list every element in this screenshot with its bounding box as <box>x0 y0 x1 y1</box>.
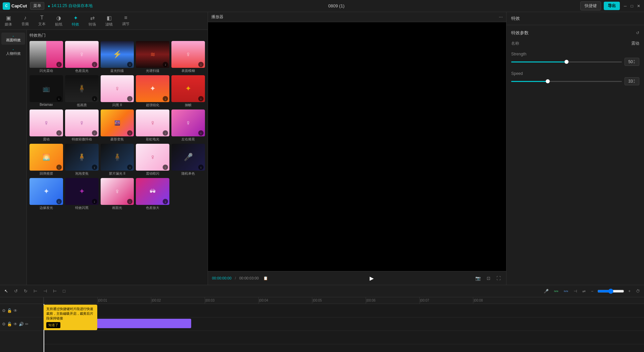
tab-adjust[interactable]: ≡ 调节 <box>117 13 134 28</box>
undo-button[interactable]: ↺ <box>12 288 19 294</box>
track-audio-icon-2[interactable]: 🔊 <box>19 322 24 326</box>
menu-button[interactable]: 菜单 <box>30 2 44 10</box>
preview-menu-icon[interactable]: ⋯ <box>499 15 503 19</box>
effect-item-5[interactable]: ♀ ↓ 表面模糊 <box>171 41 205 73</box>
timeline-tracks-right[interactable]: |00:01 |00:02 |00:03 |00:04 |00:05 |00:0… <box>44 297 644 352</box>
effect-item-10[interactable]: ✦ ↓ 抽帧 <box>171 75 205 107</box>
maximize-button[interactable]: □ <box>629 3 635 9</box>
fullscreen-button[interactable]: ⛶ <box>495 275 502 281</box>
effect-item-2[interactable]: ♀ ↓ 色差流光 <box>65 41 99 73</box>
tab-transition[interactable]: ⇄ 转场 <box>84 13 101 28</box>
strength-slider-track[interactable] <box>511 61 622 62</box>
download-icon-1[interactable]: ↓ <box>56 62 62 67</box>
download-icon-12[interactable]: ↓ <box>92 130 97 136</box>
track-settings-icon-2[interactable]: ⚙ <box>2 322 6 326</box>
effect-item-11[interactable]: ♀ ↓ 震动 <box>30 109 63 142</box>
delete-button[interactable]: □ <box>61 288 67 294</box>
speed-down-arrow[interactable]: ▼ <box>633 81 636 84</box>
effect-item-20[interactable]: 🎤 ↓ 随机单色 <box>171 144 205 176</box>
effect-item-3[interactable]: ⚡ ↓ 蓝光扫描 <box>101 41 134 73</box>
effect-item-9[interactable]: ✦ ↓ 超强锐化 <box>136 75 169 107</box>
tl-zoom-in-btn[interactable]: + <box>627 288 632 294</box>
track-edit-icon-2[interactable]: ✏ <box>25 322 29 326</box>
audio-icon: ♪ <box>24 15 26 21</box>
effect-item-23[interactable]: ♀ ↓ 画面光 <box>101 178 134 210</box>
reset-icon[interactable]: ↺ <box>636 31 639 35</box>
download-icon-6[interactable]: ↓ <box>56 96 62 101</box>
tab-effects[interactable]: ✦ 特效 <box>67 13 84 28</box>
tl-zoom-out-btn[interactable]: − <box>590 288 595 294</box>
effect-item-6[interactable]: 📺 ↓ Betamax <box>30 75 63 107</box>
tl-zoom-slider[interactable] <box>597 288 624 295</box>
tab-sticker[interactable]: ◑ 贴纸 <box>50 13 67 28</box>
tl-audio-btn[interactable]: ≈≈ <box>553 288 560 294</box>
download-icon-21[interactable]: ↓ <box>56 199 62 204</box>
effect-item-12[interactable]: ♀ ↓ 特效轻微抖动 <box>65 109 99 142</box>
download-icon-10[interactable]: ↓ <box>198 96 204 101</box>
shortcut-button[interactable]: 快捷键 <box>580 1 601 10</box>
tl-settings-btn[interactable]: ⏱ <box>635 288 641 294</box>
tab-audio[interactable]: ♪ 音频 <box>17 13 34 28</box>
split-right-button[interactable]: ⊢ <box>51 288 58 294</box>
track-lock-icon-1[interactable]: 🔓 <box>7 308 12 313</box>
speed-slider-thumb[interactable] <box>546 79 550 83</box>
close-button[interactable]: ✕ <box>636 3 641 9</box>
tab-text[interactable]: T 文本 <box>34 13 50 28</box>
download-icon-11[interactable]: ↓ <box>56 130 62 136</box>
effect-item-1[interactable]: ↓ 闪光震动 <box>30 41 63 73</box>
frame-indicator-button[interactable]: 📋 <box>262 275 269 281</box>
track-eye-icon-1[interactable]: 👁 <box>13 308 17 313</box>
tl-link-btn[interactable]: ⇌ <box>581 288 587 294</box>
effects-grid-area[interactable]: 特效热门 ↓ 闪光震动 ♀ <box>27 30 208 285</box>
effect-item-24[interactable]: 🕶 ↓ 色差放大 <box>136 178 169 210</box>
effect-item-18[interactable]: 🧍 ↓ 胶片漏光 II <box>101 144 134 176</box>
mic-button[interactable]: 🎤 <box>542 288 550 294</box>
track-eye-icon-2[interactable]: 👁 <box>13 322 17 326</box>
sidebar-item-scene[interactable]: 画面特效 <box>1 33 25 45</box>
effect-item-15[interactable]: ♀ ↓ 左右摇晃 <box>171 109 205 142</box>
fit-view-button[interactable]: ⊡ <box>485 275 492 281</box>
tab-media[interactable]: ▣ 媒体 <box>0 13 17 28</box>
download-icon-16[interactable]: ↓ <box>56 165 62 170</box>
strength-down-arrow[interactable]: ▼ <box>633 62 636 64</box>
strength-slider-thumb[interactable] <box>565 60 569 64</box>
effect-item-19[interactable]: ♀ ↓ 震动暗闪 <box>136 144 169 176</box>
download-icon-22[interactable]: ↓ <box>92 199 97 204</box>
redo-button[interactable]: ↻ <box>22 288 29 294</box>
effect-item-4[interactable]: ≋ ↓ 光谱扫描 <box>136 41 169 73</box>
strength-spin-arrows[interactable]: ▲ ▼ <box>633 59 636 64</box>
tab-filter[interactable]: ◧ 滤镜 <box>101 13 117 28</box>
download-icon-2[interactable]: ↓ <box>92 62 97 67</box>
export-button[interactable]: 导出 <box>604 2 620 10</box>
tl-split2-btn[interactable]: ⊣ <box>572 288 578 294</box>
speed-spin-arrows[interactable]: ▲ ▼ <box>633 79 636 84</box>
effect-item-17[interactable]: 🧍 ↓ 泡泡变焦 <box>65 144 99 176</box>
effect-item-7[interactable]: 🧍 ↓ 低画质 <box>65 75 99 107</box>
timeline-content[interactable]: 支持通过快捷键对片段进行快速裁剪，主轨磁吸开启，裁剪后片段保持链接 知道了 ✦ … <box>44 304 644 352</box>
download-icon-5[interactable]: ↓ <box>198 62 204 67</box>
effect-label-2: 色差流光 <box>65 69 99 73</box>
download-icon-20[interactable]: ↓ <box>198 165 204 170</box>
download-icon-17[interactable]: ↓ <box>92 165 97 170</box>
effect-item-8[interactable]: ♀ ↓ 闪黑 II <box>101 75 134 107</box>
download-icon-15[interactable]: ↓ <box>198 130 204 136</box>
effect-item-14[interactable]: ♀ ↓ 彩虹电光 <box>136 109 169 142</box>
minimize-button[interactable]: ─ <box>623 3 628 9</box>
split-button[interactable]: ⊢ <box>32 288 39 294</box>
play-button[interactable]: ▶ <box>368 274 376 282</box>
tooltip-confirm-button[interactable]: 知道了 <box>46 322 60 328</box>
track-lock-icon-2[interactable]: 🔓 <box>7 322 12 326</box>
sidebar-item-person[interactable]: 人物特效 <box>1 46 25 58</box>
effect-item-13[interactable]: 🌆 ↓ 菱形变焦 <box>101 109 134 142</box>
track-settings-icon-1[interactable]: ⚙ <box>2 308 6 313</box>
select-tool-button[interactable]: ↖ <box>3 288 10 294</box>
split-left-button[interactable]: ⊣ <box>42 288 49 294</box>
effect-label-8: 闪黑 II <box>101 103 134 107</box>
screenshot-button[interactable]: 📷 <box>474 275 482 281</box>
speed-slider-track[interactable] <box>511 81 622 82</box>
effect-item-22[interactable]: ✦ ↓ 特效闪黑 <box>65 178 99 210</box>
effect-item-21[interactable]: ✦ ↓ 边缘发光 <box>30 178 63 210</box>
download-icon-7[interactable]: ↓ <box>92 96 97 101</box>
tl-video-btn[interactable]: ≈≈ <box>562 288 570 294</box>
effect-item-16[interactable]: 🌅 ↓ 回弹摇摆 <box>30 144 63 176</box>
